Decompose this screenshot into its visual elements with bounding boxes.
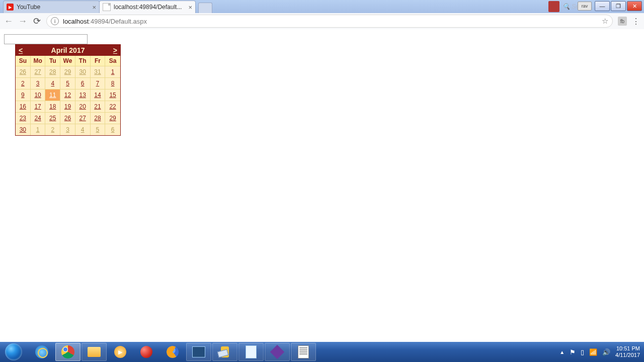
info-icon[interactable]: i [51, 17, 59, 25]
taskbar-doc[interactable] [291, 343, 316, 361]
day-link[interactable]: 25 [49, 115, 56, 122]
day-link[interactable]: 23 [19, 115, 26, 122]
taskbar-clock[interactable]: 10:51 PM 4/11/2017 [615, 345, 640, 358]
day-link[interactable]: 26 [64, 115, 71, 122]
start-orb-icon [5, 343, 22, 360]
taskbar-vs[interactable] [265, 343, 290, 361]
close-button[interactable]: ✕ [627, 1, 642, 11]
day-link[interactable]: 20 [79, 103, 86, 110]
day-link[interactable]: 28 [94, 115, 101, 122]
tab-localhost[interactable]: localhost:49894/Default... × [99, 1, 196, 13]
bookmark-icon[interactable]: ☆ [602, 17, 608, 26]
taskbar-opera[interactable] [134, 343, 159, 361]
close-icon[interactable]: × [188, 4, 192, 11]
day-link[interactable]: 5 [64, 80, 71, 87]
firefox-icon [167, 346, 179, 358]
close-icon[interactable]: × [92, 4, 96, 11]
maximize-button[interactable]: ❐ [611, 1, 626, 11]
start-button[interactable] [0, 342, 27, 362]
day-link[interactable]: 27 [34, 68, 41, 75]
day-link[interactable]: 3 [34, 80, 41, 87]
taskbar-firefox[interactable] [160, 343, 185, 361]
flag-icon[interactable]: ⚑ [570, 348, 576, 356]
forward-button[interactable]: → [18, 16, 27, 27]
day-link[interactable]: 5 [94, 126, 101, 133]
day-cell: 17 [31, 101, 46, 112]
battery-icon[interactable]: ▯ [581, 348, 584, 356]
taskbar-app1[interactable] [186, 343, 211, 361]
day-link[interactable]: 14 [94, 92, 101, 99]
tray-overflow-icon[interactable]: ▲ [559, 349, 565, 355]
day-link[interactable]: 22 [109, 103, 116, 110]
address-bar[interactable]: i localhost :49894/Default.aspx ☆ [46, 15, 613, 28]
day-link[interactable]: 21 [94, 103, 101, 110]
wmp-icon: ▶ [114, 346, 126, 358]
day-link[interactable]: 26 [19, 68, 26, 75]
day-link[interactable]: 11 [49, 92, 56, 99]
prev-month-link[interactable]: < [16, 45, 26, 56]
menu-button[interactable]: ⋮ [632, 17, 640, 26]
day-link[interactable]: 15 [109, 92, 116, 99]
day-cell: 18 [45, 101, 60, 112]
browser-toolbar: ← → ⟳ i localhost :49894/Default.aspx ☆ … [0, 13, 644, 30]
day-link[interactable]: 27 [79, 115, 86, 122]
day-link[interactable]: 16 [19, 103, 26, 110]
extension-icon[interactable]: fb [618, 17, 627, 26]
day-link[interactable]: 29 [64, 68, 71, 75]
browser-titlebar: ▶ YouTube × localhost:49894/Default... ×… [0, 0, 644, 13]
taskbar-chrome[interactable] [55, 343, 80, 361]
day-link[interactable]: 30 [19, 126, 26, 133]
app-icon[interactable] [548, 1, 559, 12]
day-link[interactable]: 17 [34, 103, 41, 110]
day-link[interactable]: 13 [79, 92, 86, 99]
day-link[interactable]: 24 [34, 115, 41, 122]
day-link[interactable]: 1 [34, 126, 41, 133]
day-link[interactable]: 10 [34, 92, 41, 99]
day-link[interactable]: 9 [19, 92, 26, 99]
day-link[interactable]: 3 [64, 126, 71, 133]
calendar: < April 2017 > SuMoTuWeThFrSa26272829303… [15, 44, 121, 136]
day-header: We [60, 56, 75, 66]
day-link[interactable]: 8 [109, 80, 116, 87]
calendar-title-row: < April 2017 > [16, 45, 120, 56]
day-link[interactable]: 30 [79, 68, 86, 75]
day-cell: 13 [75, 89, 91, 101]
day-link[interactable]: 1 [109, 68, 116, 75]
wifi-icon[interactable]: 📶 [589, 348, 597, 356]
day-link[interactable]: 4 [79, 126, 86, 133]
next-month-link[interactable]: > [110, 45, 120, 56]
day-link[interactable]: 4 [49, 80, 56, 87]
minimize-button[interactable]: — [595, 1, 610, 11]
day-link[interactable]: 18 [49, 103, 56, 110]
day-cell: 12 [60, 89, 75, 101]
day-link[interactable]: 28 [49, 68, 56, 75]
taskbar-ie[interactable] [29, 343, 54, 361]
taskbar-wmp[interactable]: ▶ [108, 343, 133, 361]
back-button[interactable]: ← [4, 16, 13, 27]
taskbar-explorer[interactable] [82, 343, 107, 361]
day-cell: 14 [91, 89, 106, 101]
day-cell: 19 [60, 101, 75, 112]
day-link[interactable]: 6 [79, 80, 86, 87]
reload-button[interactable]: ⟳ [32, 16, 41, 27]
taskbar-ssms[interactable] [212, 343, 237, 361]
volume-icon[interactable]: 🔊 [602, 348, 610, 356]
day-cell: 9 [16, 89, 31, 101]
textbox-input[interactable] [4, 34, 88, 44]
day-link[interactable]: 7 [94, 80, 101, 87]
day-link[interactable]: 6 [109, 126, 116, 133]
url-domain: localhost [63, 18, 89, 25]
day-link[interactable]: 12 [64, 92, 71, 99]
day-link[interactable]: 31 [94, 68, 101, 75]
day-link[interactable]: 2 [49, 126, 56, 133]
calendar-title: April 2017 [51, 46, 85, 54]
taskbar-notepad[interactable] [238, 343, 264, 361]
day-link[interactable]: 2 [19, 80, 26, 87]
day-link[interactable]: 19 [64, 103, 71, 110]
new-tab-button[interactable] [198, 3, 212, 13]
day-link[interactable]: 29 [109, 115, 116, 122]
tab-youtube[interactable]: ▶ YouTube × [3, 1, 100, 13]
day-cell: 26 [60, 112, 75, 124]
url-path: :49894/Default.aspx [89, 18, 147, 25]
day-cell: 11 [45, 89, 60, 101]
